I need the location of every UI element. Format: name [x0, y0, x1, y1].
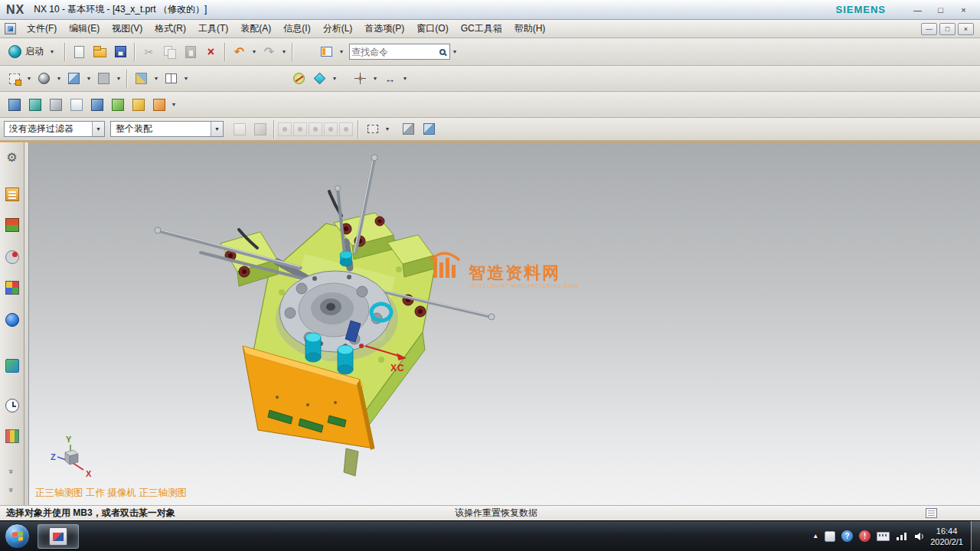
move-component-button[interactable]	[4, 94, 24, 115]
center-snap-button[interactable]	[324, 122, 338, 136]
nx-taskbar-button[interactable]	[38, 524, 79, 549]
new-component-button[interactable]	[149, 94, 169, 115]
start-dropdown-arrow[interactable]: ▼	[47, 41, 57, 62]
orient-view-dropdown-arrow[interactable]: ▼	[24, 68, 34, 89]
orient-view-button[interactable]	[4, 68, 24, 89]
enable-snap-point-button[interactable]	[278, 122, 292, 136]
highlight-selection-button[interactable]	[229, 119, 250, 139]
wcs-dynamics-button[interactable]	[289, 68, 309, 89]
menu-gc-toolbox[interactable]: GC工具箱	[455, 21, 508, 37]
taskbar-clock[interactable]: 16:44 2020/2/1	[930, 526, 963, 547]
menu-edit[interactable]: 编辑(E)	[63, 21, 106, 37]
menu-file[interactable]: 文件(F)	[21, 21, 63, 37]
assemblies-toolbar-options-arrow[interactable]: ▼	[169, 94, 178, 115]
measure-distance-button[interactable]: ↔	[380, 68, 400, 89]
3d-assembly-model[interactable]	[155, 155, 495, 476]
tray-ime-keyboard-icon[interactable]	[877, 532, 890, 541]
tray-security-icon[interactable]: !	[859, 530, 871, 542]
redo-button[interactable]: ↷	[259, 41, 279, 62]
deselect-all-button[interactable]	[250, 119, 270, 139]
menu-tools[interactable]: 工具(T)	[192, 21, 234, 37]
copy-button[interactable]	[159, 41, 180, 62]
assembly-constraints-button[interactable]	[24, 94, 45, 115]
paste-button[interactable]	[180, 41, 201, 62]
minimize-button[interactable]: —	[907, 3, 928, 16]
constraint-navigator-button[interactable]	[3, 216, 21, 234]
cut-button[interactable]: ✂	[139, 41, 159, 62]
section-view-button[interactable]	[131, 68, 152, 89]
mirror-assembly-button[interactable]	[87, 94, 107, 115]
selection-scope-combobox[interactable]: 整个装配 ▼	[110, 121, 224, 137]
tray-app-icon[interactable]	[825, 531, 835, 542]
menu-view[interactable]: 视图(V)	[106, 21, 149, 37]
background-color-button[interactable]	[93, 68, 114, 89]
render-style-button[interactable]	[34, 68, 54, 89]
type-filter-combobox[interactable]: 没有选择过滤器 ▼	[4, 121, 105, 137]
start-menu-button[interactable]: 启动 ▼	[4, 41, 61, 63]
volume-icon[interactable]	[914, 532, 926, 541]
save-button[interactable]	[110, 41, 131, 62]
graphics-window[interactable]: XC 智造资料网 INTELLIGENT MANUFACTURING DATA	[29, 142, 980, 505]
network-icon[interactable]	[896, 532, 908, 541]
close-button[interactable]: ×	[953, 3, 974, 16]
new-file-button[interactable]	[69, 41, 90, 62]
resource-bar-expand-button[interactable]: »	[3, 481, 21, 499]
menu-window[interactable]: 窗口(O)	[410, 21, 454, 37]
open-file-button[interactable]	[90, 41, 110, 62]
tray-expand-icon[interactable]: ▲	[812, 533, 818, 540]
type-filter-dropdown-arrow[interactable]: ▼	[92, 122, 104, 136]
render-style-dropdown-arrow[interactable]: ▼	[54, 68, 64, 89]
resource-bar-options-button[interactable]: »	[3, 462, 21, 481]
show-desktop-button[interactable]	[971, 521, 980, 551]
customize-button[interactable]: ⚙	[3, 148, 21, 167]
window-layout-button[interactable]	[161, 68, 181, 89]
snap-point-dropdown-arrow[interactable]: ▼	[371, 68, 380, 89]
delete-button[interactable]: ×	[201, 41, 221, 62]
hd3d-tools-button[interactable]	[3, 357, 21, 375]
true-shading-dropdown-arrow[interactable]: ▼	[84, 68, 93, 89]
child-close-button[interactable]: ×	[958, 23, 974, 35]
datum-plane-dropdown-arrow[interactable]: ▼	[330, 68, 339, 89]
command-finder-input[interactable]	[351, 47, 437, 57]
graphics-viewport[interactable]: XC 智造资料网 INTELLIGENT MANUFACTURING DATA	[28, 142, 980, 505]
tray-help-icon[interactable]: ?	[841, 530, 853, 542]
add-component-button[interactable]	[128, 94, 149, 115]
system-materials-button[interactable]	[3, 427, 21, 445]
restore-button[interactable]: □	[930, 3, 951, 16]
component-pattern-button[interactable]	[66, 94, 87, 115]
endpoint-snap-button[interactable]	[293, 122, 307, 136]
child-minimize-button[interactable]: —	[921, 23, 937, 35]
menu-preferences[interactable]: 首选项(P)	[358, 21, 410, 37]
child-restore-button[interactable]: □	[939, 23, 956, 35]
undo-button[interactable]: ↶	[229, 41, 250, 62]
window-layout-dropdown-arrow[interactable]: ▼	[181, 68, 191, 89]
undo-dropdown-arrow[interactable]: ▼	[250, 41, 259, 62]
exploded-views-button[interactable]	[107, 94, 128, 115]
menu-help[interactable]: 帮助(H)	[508, 21, 552, 37]
selection-scope-dropdown-arrow[interactable]: ▼	[211, 122, 223, 136]
show-dof-button[interactable]	[45, 94, 66, 115]
menu-assemblies[interactable]: 装配(A)	[234, 21, 277, 37]
datum-plane-button[interactable]	[309, 68, 330, 89]
history-button[interactable]	[3, 396, 21, 415]
measure-dropdown-arrow[interactable]: ▼	[400, 68, 410, 89]
status-note-icon[interactable]	[926, 508, 937, 518]
redo-dropdown-arrow[interactable]: ▼	[279, 41, 289, 62]
web-browser-button[interactable]	[3, 311, 21, 329]
menu-analysis[interactable]: 分析(L)	[317, 21, 359, 37]
snap-point-button[interactable]	[350, 68, 371, 89]
menu-format[interactable]: 格式(R)	[149, 21, 192, 37]
menu-information[interactable]: 信息(I)	[277, 21, 316, 37]
rectangle-select-button[interactable]	[362, 119, 383, 139]
dialog-placement-button[interactable]	[316, 41, 337, 62]
midpoint-snap-button[interactable]	[309, 122, 322, 136]
intersection-snap-button[interactable]	[339, 122, 353, 136]
reuse-library-button[interactable]	[3, 279, 21, 297]
shaded-view-button[interactable]	[398, 119, 419, 139]
translucent-view-button[interactable]	[419, 119, 439, 139]
finder-dropdown-arrow[interactable]: ▼	[450, 41, 459, 62]
dialog-placement-dropdown-arrow[interactable]: ▼	[337, 41, 346, 62]
assembly-navigator-button[interactable]	[3, 185, 21, 204]
true-shading-button[interactable]	[64, 68, 84, 89]
section-view-dropdown-arrow[interactable]: ▼	[152, 68, 161, 89]
